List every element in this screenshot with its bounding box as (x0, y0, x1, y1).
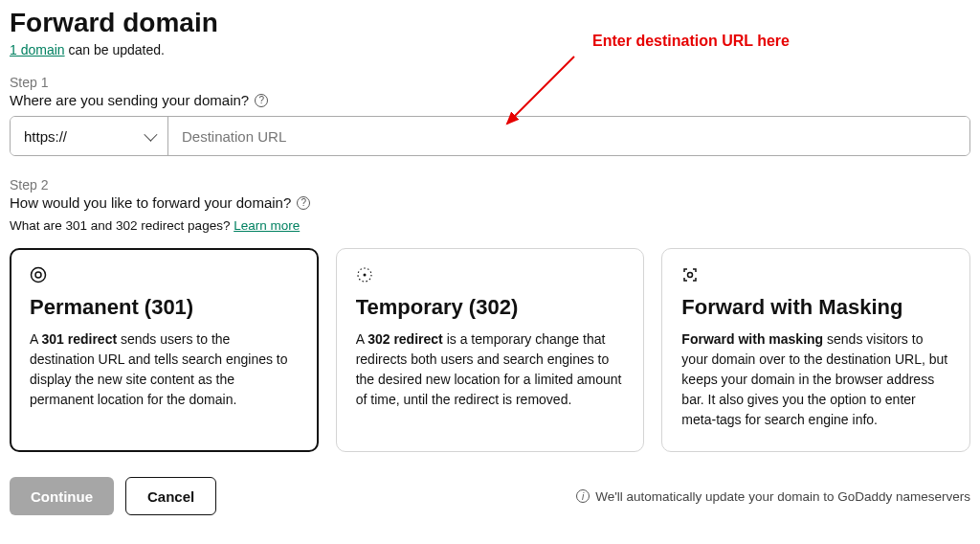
subtitle: 1 domain can be updated. (10, 42, 970, 57)
footer-note-text: We'll automatically update your domain t… (595, 489, 970, 504)
forward-type-cards: Permanent (301) A 301 redirect sends use… (10, 248, 970, 452)
step2-label: Step 2 (10, 177, 970, 193)
step1-question-text: Where are you sending your domain? (10, 92, 249, 108)
svg-point-4 (688, 273, 693, 278)
cancel-button[interactable]: Cancel (125, 477, 216, 515)
step2-question: How would you like to forward your domai… (10, 194, 970, 211)
learn-more-link[interactable]: Learn more (234, 218, 300, 233)
protocol-select[interactable]: https:// (11, 117, 168, 155)
destination-url-input[interactable] (168, 117, 969, 155)
help-icon[interactable]: ? (255, 94, 268, 107)
card-description: A 302 redirect is a temporary change tha… (356, 329, 625, 410)
card-title: Permanent (301) (30, 295, 299, 320)
subtitle-rest: can be updated. (65, 42, 165, 57)
domain-count-link[interactable]: 1 domain (10, 42, 65, 57)
card-forward-masking[interactable]: Forward with Masking Forward with maskin… (661, 248, 970, 452)
target-icon (30, 266, 299, 285)
redirect-note: What are 301 and 302 redirect pages? Lea… (10, 218, 970, 233)
focus-icon (681, 266, 950, 285)
step2-question-text: How would you like to forward your domai… (10, 194, 291, 211)
card-title: Forward with Masking (681, 295, 950, 320)
protocol-value: https:// (24, 128, 67, 145)
card-temporary-302[interactable]: Temporary (302) A 302 redirect is a temp… (336, 248, 645, 452)
card-description: A 301 redirect sends users to the destin… (30, 329, 299, 410)
help-icon[interactable]: ? (297, 196, 310, 210)
step1-question: Where are you sending your domain? ? (10, 92, 970, 108)
card-title: Temporary (302) (356, 295, 625, 320)
svg-point-1 (35, 272, 41, 278)
page-title: Forward domain (10, 8, 970, 38)
footer-note: i We'll automatically update your domain… (576, 489, 970, 504)
svg-line-6 (507, 57, 574, 124)
footer-row: Continue Cancel i We'll automatically up… (10, 477, 970, 515)
info-icon: i (576, 489, 590, 503)
continue-button[interactable]: Continue (10, 477, 114, 515)
card-permanent-301[interactable]: Permanent (301) A 301 redirect sends use… (10, 248, 319, 452)
svg-point-0 (32, 268, 46, 283)
card-description: Forward with masking sends visitors to y… (681, 329, 950, 430)
redirect-note-text: What are 301 and 302 redirect pages? (10, 218, 234, 233)
dotted-target-icon (356, 266, 625, 285)
step1-label: Step 1 (10, 75, 970, 90)
chevron-down-icon (144, 128, 157, 142)
svg-point-3 (363, 274, 366, 277)
destination-url-row: https:// (10, 116, 970, 156)
action-buttons: Continue Cancel (10, 477, 216, 515)
